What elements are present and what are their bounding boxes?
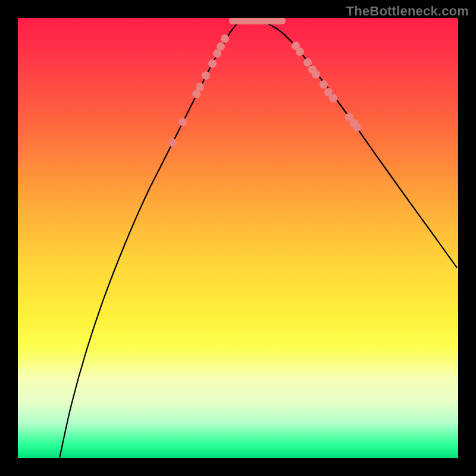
data-point [213,49,221,58]
curve-layer [18,18,458,458]
data-point [168,139,177,147]
data-point [178,118,187,126]
data-point [296,48,304,56]
data-point [192,90,201,98]
data-point [221,35,229,43]
data-point [208,60,217,68]
data-point [312,70,320,79]
data-point [217,42,225,51]
plot-area [18,18,458,458]
watermark-text: TheBottleneck.com [346,4,469,19]
bottleneck-curve [60,20,457,458]
data-point [303,58,312,67]
data-point [196,83,204,91]
curve-bottom-bar [229,18,286,24]
data-point [202,71,210,80]
data-point [353,123,361,131]
outer-frame: TheBottleneck.com [0,0,476,476]
data-point [329,94,337,102]
data-point [320,80,328,89]
